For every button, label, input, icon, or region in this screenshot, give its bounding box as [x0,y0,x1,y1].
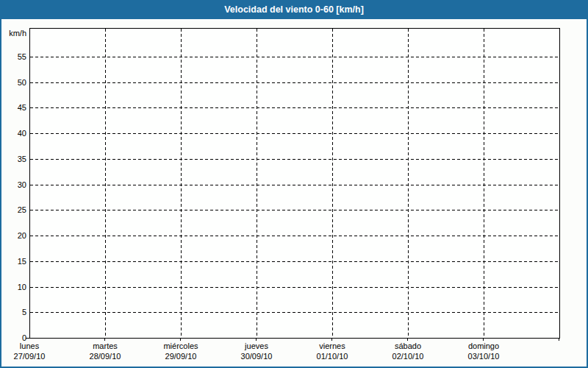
y-gridline [30,261,559,262]
x-label-date: 02/10/10 [371,352,445,361]
y-tick-label: 15 [0,256,26,266]
y-tick-label: 35 [0,154,26,164]
x-label-date: 28/09/10 [68,352,142,361]
y-tick-label: 10 [0,282,26,292]
y-gridline [30,133,559,134]
y-gridline [30,107,559,108]
y-gridline [30,312,559,313]
y-tick-label: 45 [0,102,26,113]
x-label-day: jueves [220,342,293,351]
x-label-day: lunes [0,342,66,351]
y-gridline [30,287,559,288]
x-gridline [484,29,484,338]
plot-area [29,28,560,339]
title-bar: Velocidad del viento 0-60 [km/h] [0,0,588,19]
y-tick-label: 20 [0,230,26,241]
x-label-date: 30/09/10 [220,352,293,361]
x-gridline [105,29,106,338]
x-gridline [408,29,409,338]
y-gridline [30,82,559,83]
x-gridline [332,29,333,338]
chart-window: Velocidad del viento 0-60 [km/h] km/h 05… [0,0,588,368]
y-tick-label: 55 [0,52,26,62]
x-label-date: 03/10/10 [447,352,520,361]
x-label-date: 27/09/10 [0,352,66,361]
x-tick-mark [483,338,484,341]
y-gridline [30,57,559,57]
y-gridline [30,210,559,210]
y-gridline [30,159,559,160]
y-origin-tick-mark [26,338,29,339]
x-tick-mark [407,338,408,341]
x-label-day: viernes [295,342,369,351]
x-tick-mark [180,338,181,341]
y-gridline [30,185,559,185]
x-gridline [181,29,182,338]
x-tick-mark [256,338,257,341]
y-tick-label: 50 [0,77,26,88]
y-tick-label: 5 [0,307,26,317]
x-label-day: domingo [447,342,520,351]
y-tick-label: 25 [0,205,26,215]
y-gridline [30,236,559,236]
chart-title: Velocidad del viento 0-60 [km/h] [224,4,364,15]
x-label-day: sábado [371,342,445,351]
x-gridline [257,29,257,338]
x-label-date: 01/10/10 [295,352,369,361]
y-axis-unit-label: km/h [0,29,26,38]
x-label-date: 29/09/10 [144,352,218,361]
x-tick-mark [331,338,332,341]
x-tick-mark [559,338,559,341]
x-tick-mark [104,338,105,341]
y-tick-label: 30 [0,180,26,190]
y-tick-label: 40 [0,128,26,138]
x-label-day: martes [68,342,142,351]
x-label-day: miércoles [144,342,218,351]
